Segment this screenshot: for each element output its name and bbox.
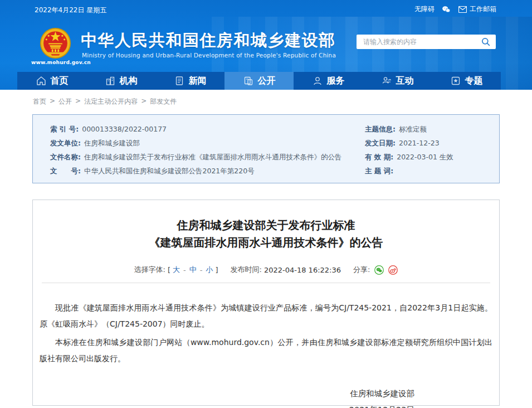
article-paragraph: 现批准《建筑屋面排水用雨水斗通用技术条件》为城镇建设行业产品标准，编号为CJ/T… xyxy=(40,300,492,332)
article-title-line2: 《建筑屋面排水用雨水斗通用技术条件》的公告 xyxy=(33,234,499,251)
search-input[interactable] xyxy=(363,38,480,46)
nav-label: 机构 xyxy=(120,75,138,87)
article-panel: 住房和城乡建设部关于发布行业标准 《建筑屋面排水用雨水斗通用技术条件》的公告 选… xyxy=(32,200,500,406)
meta-row-issue-date: 发文日期:2021-12-23 xyxy=(365,136,496,150)
nav-label: 互动 xyxy=(396,75,414,87)
national-emblem-logo xyxy=(40,27,71,59)
nav-item-home[interactable]: 首页 xyxy=(17,72,86,90)
font-size-label: 选择字体: xyxy=(134,265,165,275)
disclosure-icon xyxy=(243,75,254,86)
site-url: www.mohurd.gov.cn xyxy=(31,60,81,65)
topic-icon xyxy=(450,75,461,86)
nav-item-interaction[interactable]: 互动 xyxy=(363,72,432,90)
article-title-line1: 住房和城乡建设部关于发布行业标准 xyxy=(33,217,499,234)
nav-label: 公开 xyxy=(258,75,276,87)
publish-time-value: 2022-04-18 16:22:36 xyxy=(264,266,341,274)
nav-item-news[interactable]: 新闻 xyxy=(155,72,224,90)
share-group: 分享: xyxy=(353,265,398,275)
font-size-selector: 选择字体: [ 大 - 中 - 小 ] xyxy=(134,265,218,275)
nav-item-disclosure[interactable]: 公开 xyxy=(224,72,294,90)
breadcrumb-documents[interactable]: 部发文件 xyxy=(150,97,177,106)
page: 2022年4月22日 星期五 无障碍 工作邮箱 xyxy=(0,0,532,408)
main-nav: 首页 机构 新闻 公开 服务 xyxy=(17,72,501,90)
breadcrumb: 首页 > 公开 > 法定主动公开内容 > 部发文件 xyxy=(33,97,177,106)
news-icon xyxy=(174,75,185,86)
meta-column-right: 主题信息:标准定额 发文日期:2021-12-23 有 效 期:2022-03-… xyxy=(365,122,496,178)
meta-row-effective-date: 有 效 期:2022-03-01 生效 xyxy=(365,150,496,164)
nav-item-org[interactable]: 机构 xyxy=(86,72,155,90)
share-label: 分享: xyxy=(353,265,370,275)
breadcrumb-separator: > xyxy=(75,97,81,106)
meta-row-file-name: 文件名称:住房和城乡建设部关于发布行业标准《建筑屋面排水用雨水斗通用技术条件》的… xyxy=(50,150,351,164)
nav-label: 服务 xyxy=(327,75,345,87)
signature-date: 2021年12月23日 xyxy=(33,402,414,408)
work-mailbox-label: 工作邮箱 xyxy=(470,4,496,14)
article-title: 住房和城乡建设部关于发布行业标准 《建筑屋面排水用雨水斗通用技术条件》的公告 xyxy=(33,217,499,251)
breadcrumb-separator: > xyxy=(141,97,147,106)
breadcrumb-statutory[interactable]: 法定主动公开内容 xyxy=(84,97,138,106)
search-icon[interactable] xyxy=(480,36,491,47)
meta-row-subject-info: 主题信息:标准定额 xyxy=(365,122,496,136)
nav-item-service[interactable]: 服务 xyxy=(294,72,363,90)
work-mailbox-link[interactable]: 工作邮箱 xyxy=(458,4,496,14)
article-body: 现批准《建筑屋面排水用雨水斗通用技术条件》为城镇建设行业产品标准，编号为CJ/T… xyxy=(33,300,499,367)
nav-label: 专题 xyxy=(465,75,483,87)
search-box xyxy=(357,35,496,49)
publish-time: 发布时间: 2022-04-18 16:22:36 xyxy=(231,265,341,275)
breadcrumb-disclosure[interactable]: 公开 xyxy=(58,97,72,106)
article-paragraph: 本标准在住房和城乡建设部门户网站（www.mohurd.gov.cn）公开，并由… xyxy=(40,334,492,367)
breadcrumb-separator: > xyxy=(50,97,55,106)
breadcrumb-home[interactable]: 首页 xyxy=(33,97,46,106)
share-weibo-icon[interactable] xyxy=(388,265,398,275)
building-icon xyxy=(105,75,116,86)
font-size-large[interactable]: 大 xyxy=(173,265,180,275)
article-meta-row: 选择字体: [ 大 - 中 - 小 ] 发布时间: 2022-04-18 16:… xyxy=(33,265,499,275)
wechat-icon[interactable] xyxy=(442,5,451,14)
meta-row-doc-number: 文 号:中华人民共和国住房和城乡建设部公告2021年第220号 xyxy=(50,164,351,178)
signature-org: 住房和城乡建设部 xyxy=(33,386,414,402)
nav-label: 新闻 xyxy=(189,75,207,87)
nav-item-topic[interactable]: 专题 xyxy=(432,72,501,90)
site-name: 中华人民共和国住房和城乡建设部 xyxy=(81,30,336,52)
nav-label: 首页 xyxy=(51,75,69,87)
meta-row-issuing-unit: 发文单位:住房和城乡建设部 xyxy=(50,136,351,150)
share-wechat-icon[interactable] xyxy=(374,265,384,275)
font-size-small[interactable]: 小 xyxy=(206,265,213,275)
topbar: 2022年4月22日 星期五 无障碍 工作邮箱 xyxy=(0,0,532,18)
topbar-links: 无障碍 工作邮箱 xyxy=(414,4,496,14)
interaction-icon xyxy=(381,75,392,86)
meta-row-index-number: 索 引 号:000013338/2022-00177 xyxy=(50,122,351,136)
article-signature: 住房和城乡建设部 2021年12月23日 xyxy=(33,386,499,408)
meta-column-left: 索 引 号:000013338/2022-00177 发文单位:住房和城乡建设部… xyxy=(50,122,351,178)
topbar-date: 2022年4月22日 星期五 xyxy=(35,6,106,15)
document-meta-box: 索 引 号:000013338/2022-00177 发文单位:住房和城乡建设部… xyxy=(32,114,500,183)
title-divider xyxy=(42,283,490,283)
mail-icon xyxy=(458,5,467,14)
site-name-english: Ministry of Housing and Urban-Rural Deve… xyxy=(82,52,336,59)
accessibility-link[interactable]: 无障碍 xyxy=(414,4,435,14)
meta-row-keywords: 主 题 词: xyxy=(365,164,496,178)
home-icon xyxy=(36,75,47,86)
service-icon xyxy=(312,75,323,86)
publish-time-label: 发布时间: xyxy=(231,265,262,275)
font-size-medium[interactable]: 中 xyxy=(189,265,197,275)
